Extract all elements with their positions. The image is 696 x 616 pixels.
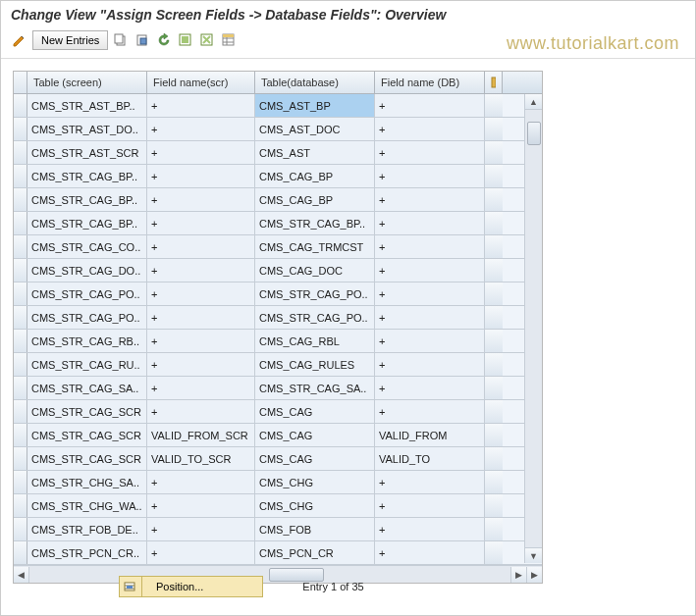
- table-cell[interactable]: +: [147, 259, 255, 282]
- table-cell[interactable]: CMS_STR_AST_BP..: [27, 94, 147, 117]
- configure-columns-icon[interactable]: [485, 72, 503, 93]
- table-cell[interactable]: CMS_STR_PCN_CR..: [27, 541, 147, 564]
- table-cell[interactable]: CMS_STR_CAG_RU..: [27, 353, 147, 376]
- table-cell[interactable]: CMS_STR_CAG_BP..: [255, 212, 375, 234]
- row-selector[interactable]: [14, 141, 27, 164]
- table-cell[interactable]: +: [375, 188, 485, 211]
- table-cell[interactable]: +: [147, 282, 255, 305]
- table-cell[interactable]: CMS_AST: [255, 141, 375, 164]
- table-cell[interactable]: +: [375, 471, 485, 493]
- table-cell[interactable]: CMS_STR_FOB_DE..: [27, 518, 147, 540]
- table-cell[interactable]: +: [147, 306, 255, 329]
- table-cell[interactable]: CMS_CAG: [255, 447, 375, 470]
- table-cell[interactable]: +: [375, 212, 485, 234]
- row-selector[interactable]: [14, 471, 27, 493]
- table-cell[interactable]: +: [375, 282, 485, 305]
- col-header-field-db[interactable]: Field name (DB): [375, 72, 485, 93]
- col-header-table-db[interactable]: Table(database): [255, 72, 375, 93]
- table-cell[interactable]: +: [147, 212, 255, 234]
- position-button[interactable]: Position...: [119, 576, 263, 597]
- table-cell[interactable]: CMS_AST_BP: [255, 94, 375, 117]
- table-cell[interactable]: +: [147, 353, 255, 376]
- table-cell[interactable]: CMS_CHG: [255, 494, 375, 517]
- row-selector[interactable]: [14, 518, 27, 540]
- table-cell[interactable]: CMS_CAG_BP: [255, 188, 375, 211]
- row-selector[interactable]: [14, 400, 27, 423]
- col-header-table-screen[interactable]: Table (screen): [27, 72, 147, 93]
- table-cell[interactable]: CMS_STR_CAG_BP..: [27, 188, 147, 211]
- table-cell[interactable]: CMS_CAG: [255, 400, 375, 423]
- row-selector[interactable]: [14, 165, 27, 187]
- table-cell[interactable]: CMS_STR_CAG_PO..: [255, 306, 375, 329]
- table-cell[interactable]: CMS_CAG: [255, 424, 375, 446]
- table-cell[interactable]: CMS_STR_CHG_SA..: [27, 471, 147, 493]
- table-cell[interactable]: +: [147, 518, 255, 540]
- table-cell[interactable]: +: [375, 118, 485, 140]
- row-selector[interactable]: [14, 330, 27, 352]
- table-cell[interactable]: CMS_FOB: [255, 518, 375, 540]
- table-cell[interactable]: CMS_PCN_CR: [255, 541, 375, 564]
- table-cell[interactable]: CMS_STR_CAG_PO..: [27, 282, 147, 305]
- table-cell[interactable]: CMS_CHG: [255, 471, 375, 493]
- table-cell[interactable]: CMS_STR_AST_SCR: [27, 141, 147, 164]
- table-cell[interactable]: +: [375, 94, 485, 117]
- table-cell[interactable]: +: [147, 471, 255, 493]
- table-cell[interactable]: CMS_STR_CAG_PO..: [255, 282, 375, 305]
- table-cell[interactable]: +: [147, 541, 255, 564]
- row-selector[interactable]: [14, 235, 27, 258]
- select-all-icon[interactable]: [177, 31, 194, 49]
- row-selector[interactable]: [14, 494, 27, 517]
- table-cell[interactable]: +: [375, 259, 485, 282]
- table-cell[interactable]: CMS_CAG_RBL: [255, 330, 375, 352]
- row-selector[interactable]: [14, 94, 27, 117]
- table-cell[interactable]: +: [375, 165, 485, 187]
- table-cell[interactable]: CMS_CAG_RULES: [255, 353, 375, 376]
- table-cell[interactable]: +: [375, 400, 485, 423]
- table-cell[interactable]: +: [375, 541, 485, 564]
- table-cell[interactable]: +: [147, 188, 255, 211]
- row-selector[interactable]: [14, 188, 27, 211]
- new-entries-button[interactable]: New Entries: [32, 30, 108, 50]
- table-view-icon[interactable]: [220, 31, 238, 49]
- table-cell[interactable]: +: [147, 494, 255, 517]
- row-selector[interactable]: [14, 118, 27, 140]
- row-selector[interactable]: [14, 447, 27, 470]
- table-cell[interactable]: VALID_FROM_SCR: [147, 424, 255, 446]
- table-cell[interactable]: CMS_AST_DOC: [255, 118, 375, 140]
- table-cell[interactable]: +: [147, 94, 255, 117]
- row-selector[interactable]: [14, 212, 27, 234]
- row-selector[interactable]: [14, 377, 27, 399]
- table-cell[interactable]: +: [375, 306, 485, 329]
- table-cell[interactable]: +: [375, 518, 485, 540]
- table-cell[interactable]: VALID_TO_SCR: [147, 447, 255, 470]
- vertical-scrollbar[interactable]: ▲ ▼: [524, 94, 542, 563]
- table-cell[interactable]: CMS_STR_CAG_RB..: [27, 330, 147, 352]
- table-cell[interactable]: +: [375, 141, 485, 164]
- table-cell[interactable]: CMS_CAG_BP: [255, 165, 375, 187]
- table-cell[interactable]: +: [147, 235, 255, 258]
- table-cell[interactable]: CMS_STR_CAG_DO..: [27, 259, 147, 282]
- table-cell[interactable]: +: [375, 377, 485, 399]
- table-cell[interactable]: CMS_STR_CAG_SCR: [27, 447, 147, 470]
- table-cell[interactable]: +: [375, 353, 485, 376]
- table-cell[interactable]: +: [375, 330, 485, 352]
- table-cell[interactable]: +: [147, 141, 255, 164]
- table-cell[interactable]: CMS_STR_AST_DO..: [27, 118, 147, 140]
- table-cell[interactable]: CMS_STR_CAG_SCR: [27, 400, 147, 423]
- table-cell[interactable]: +: [147, 118, 255, 140]
- table-cell[interactable]: +: [147, 377, 255, 399]
- table-cell[interactable]: +: [147, 330, 255, 352]
- table-cell[interactable]: +: [375, 494, 485, 517]
- deselect-all-icon[interactable]: [198, 31, 216, 49]
- table-cell[interactable]: CMS_STR_CAG_SA..: [27, 377, 147, 399]
- toggle-change-icon[interactable]: [11, 31, 28, 49]
- table-cell[interactable]: CMS_STR_CAG_SA..: [255, 377, 375, 399]
- table-cell[interactable]: CMS_STR_CAG_CO..: [27, 235, 147, 258]
- table-cell[interactable]: VALID_TO: [375, 447, 485, 470]
- table-cell[interactable]: +: [375, 235, 485, 258]
- table-cell[interactable]: CMS_STR_CAG_SCR: [27, 424, 147, 446]
- table-cell[interactable]: +: [147, 400, 255, 423]
- scroll-down-icon[interactable]: ▼: [525, 547, 542, 563]
- table-cell[interactable]: CMS_STR_CAG_BP..: [27, 212, 147, 234]
- scroll-up-icon[interactable]: ▲: [525, 94, 542, 110]
